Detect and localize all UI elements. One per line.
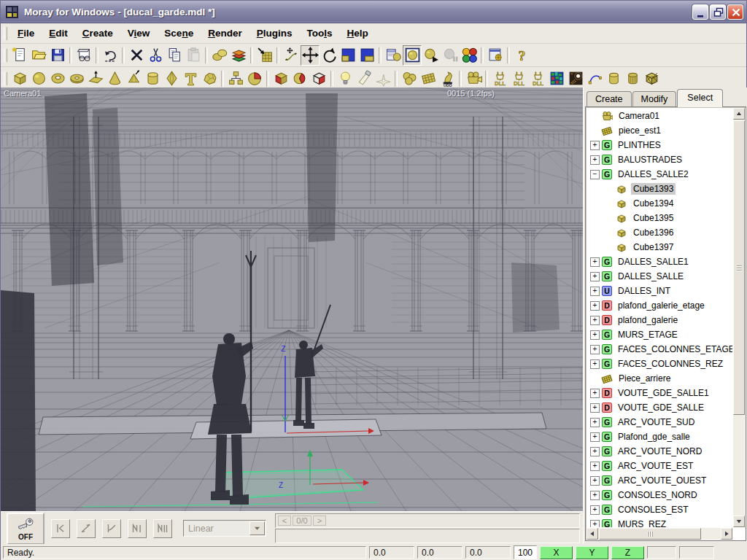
expand-toggle-icon[interactable]: + bbox=[590, 491, 600, 500]
tab-select[interactable]: Select bbox=[677, 89, 723, 107]
interpolation-select[interactable]: Linear bbox=[183, 520, 266, 537]
plugin-crate-button[interactable] bbox=[642, 69, 661, 89]
csg-merge-button[interactable] bbox=[290, 69, 309, 89]
tree-vertical-scrollbar[interactable] bbox=[733, 108, 745, 527]
move-button[interactable] bbox=[301, 45, 320, 66]
frame-next-button[interactable]: > bbox=[313, 516, 326, 526]
menu-create[interactable]: Create bbox=[75, 25, 120, 42]
create-camera-button[interactable] bbox=[464, 69, 483, 89]
tree-item-FACES_COLONNES_REZ[interactable]: +GFACES_COLONNES_REZ bbox=[587, 357, 732, 371]
close-button[interactable] bbox=[727, 4, 743, 20]
render-pause-button[interactable] bbox=[441, 45, 460, 66]
menu-file[interactable]: File bbox=[10, 25, 42, 42]
tree-item-DALLES_SALLE[interactable]: +GDALLES_SALLE bbox=[587, 269, 732, 284]
menu-tools[interactable]: Tools bbox=[299, 25, 339, 42]
undo-button[interactable] bbox=[101, 45, 120, 66]
plugin-dll-1-button[interactable]: DLL bbox=[490, 69, 509, 89]
layers-button[interactable] bbox=[229, 45, 248, 66]
create-flare-button[interactable] bbox=[374, 69, 392, 89]
render-options-button[interactable] bbox=[384, 45, 403, 66]
create-cone-button[interactable] bbox=[105, 69, 124, 89]
tree-item-VOUTE_GDE_SALLE1[interactable]: +DVOUTE_GDE_SALLE1 bbox=[587, 386, 732, 400]
tree-item-FACES_COLONNES_ETAGE[interactable]: +GFACES_COLONNES_ETAGE bbox=[587, 342, 732, 357]
plugin-manager-button[interactable] bbox=[486, 45, 505, 66]
tree-item-plafond_galerie_etage[interactable]: +Dplafond_galerie_etage bbox=[587, 298, 732, 313]
tree-item-Cube1394[interactable]: Cube1394 bbox=[587, 196, 732, 211]
create-sor-button[interactable] bbox=[162, 69, 181, 89]
save-button[interactable] bbox=[48, 45, 67, 66]
goto-first-key-button[interactable] bbox=[51, 519, 70, 538]
expand-toggle-icon[interactable]: + bbox=[590, 272, 600, 281]
animation-key-button[interactable]: OFF bbox=[7, 513, 44, 545]
expand-toggle-icon[interactable]: + bbox=[590, 345, 600, 354]
menu-view[interactable]: View bbox=[120, 25, 158, 42]
create-spotlight-button[interactable] bbox=[355, 69, 374, 89]
expand-toggle-icon[interactable]: + bbox=[590, 359, 600, 369]
render-window-button[interactable] bbox=[403, 45, 422, 66]
delete-button[interactable] bbox=[127, 45, 146, 66]
tab-modify[interactable]: Modify bbox=[632, 91, 677, 107]
create-light-button[interactable] bbox=[336, 69, 355, 89]
tree-item-Plafond_gde_salle[interactable]: +GPlafond_gde_salle bbox=[587, 429, 732, 444]
tree-item-MURS_ETAGE[interactable]: +GMURS_ETAGE bbox=[587, 327, 732, 342]
paste-button[interactable] bbox=[184, 45, 203, 66]
tree-item-Cube1395[interactable]: Cube1395 bbox=[587, 211, 732, 225]
render-start-button[interactable] bbox=[422, 45, 441, 66]
cut-button[interactable] bbox=[146, 45, 165, 66]
tree-item-BALUSTRADES[interactable]: +GBALUSTRADES bbox=[587, 152, 732, 167]
spline-segment-button[interactable] bbox=[102, 519, 121, 538]
viewport[interactable]: ZZ Camera01 0015 (1.2fps) bbox=[1, 88, 583, 511]
scroll-left-icon[interactable] bbox=[587, 528, 598, 540]
csg-difference-button[interactable] bbox=[271, 69, 290, 89]
tree-item-VOUTE_GDE_SALLE[interactable]: +DVOUTE_GDE_SALLE bbox=[587, 400, 732, 415]
create-plane-button[interactable] bbox=[86, 69, 105, 89]
expand-toggle-icon[interactable]: + bbox=[590, 505, 600, 515]
plugin-cylinder-2-button[interactable] bbox=[623, 69, 642, 89]
create-udo-button[interactable]: UDO bbox=[438, 69, 457, 89]
menu-render[interactable]: Render bbox=[201, 25, 249, 42]
create-sphere-button[interactable] bbox=[29, 69, 48, 89]
tree-item-Cube1396[interactable]: Cube1396 bbox=[587, 225, 732, 240]
tree-item-DALLES_SALLE1[interactable]: +GDALLES_SALLE1 bbox=[587, 254, 732, 269]
create-cube-button[interactable] bbox=[10, 69, 29, 89]
csg-group-button[interactable] bbox=[226, 69, 245, 89]
app-icon[interactable] bbox=[5, 5, 19, 19]
viewport-canvas[interactable]: ZZ bbox=[1, 88, 583, 511]
create-cylinder-button[interactable] bbox=[143, 69, 162, 89]
expand-toggle-icon[interactable]: + bbox=[590, 462, 600, 471]
expand-toggle-icon[interactable]: + bbox=[590, 476, 600, 486]
create-blobgroup-button[interactable] bbox=[400, 69, 419, 89]
plugin-dll-3-button[interactable]: DLL bbox=[528, 69, 547, 89]
expand-toggle-icon[interactable]: + bbox=[590, 301, 600, 311]
sweep-button[interactable] bbox=[210, 45, 229, 66]
tree-item-PLINTHES[interactable]: +GPLINTHES bbox=[587, 138, 732, 152]
expand-toggle-icon[interactable]: + bbox=[590, 447, 600, 456]
tree-item-ARC_VOUTE_OUEST[interactable]: +GARC_VOUTE_OUEST bbox=[587, 473, 732, 488]
plugin-cylinder-1-button[interactable] bbox=[604, 69, 623, 89]
csg-intersection-button[interactable] bbox=[245, 69, 264, 89]
expand-toggle-icon[interactable]: + bbox=[590, 257, 600, 267]
expand-toggle-icon[interactable]: + bbox=[590, 155, 600, 165]
combo-dropdown-icon[interactable] bbox=[249, 521, 265, 535]
expand-toggle-icon[interactable]: + bbox=[590, 520, 600, 528]
tree-item-ARC_VOUTE_EST[interactable]: +GARC_VOUTE_EST bbox=[587, 459, 732, 473]
tree-item-CONSOLES_EST[interactable]: +GCONSOLES_EST bbox=[587, 502, 732, 517]
tree-item-plafond_galerie[interactable]: +Dplafond_galerie bbox=[587, 313, 732, 327]
frame-prev-button[interactable]: < bbox=[278, 516, 291, 526]
expand-toggle-icon[interactable]: + bbox=[590, 403, 600, 413]
tree-item-MURS_REZ[interactable]: +GMURS_REZ bbox=[587, 517, 732, 527]
expand-toggle-icon[interactable]: + bbox=[590, 330, 600, 340]
tree-item-ARC_VOUTE_SUD[interactable]: +GARC_VOUTE_SUD bbox=[587, 415, 732, 429]
help-button[interactable]: ? bbox=[512, 45, 531, 66]
plugin-dll-2-button[interactable]: DLL bbox=[509, 69, 528, 89]
new-button[interactable] bbox=[10, 45, 29, 66]
axis-y-button[interactable]: Y bbox=[576, 546, 608, 559]
vertical-scroll-thumb[interactable] bbox=[733, 120, 745, 415]
plugin-texture-1-button[interactable] bbox=[547, 69, 566, 89]
expand-toggle-icon[interactable]: + bbox=[590, 141, 600, 150]
linear-segment-button[interactable] bbox=[77, 519, 96, 538]
scroll-right-icon[interactable] bbox=[721, 528, 732, 540]
export-button[interactable] bbox=[255, 45, 274, 66]
tree-item-ARC_VOUTE_NORD[interactable]: +GARC_VOUTE_NORD bbox=[587, 444, 732, 459]
create-rock-button[interactable] bbox=[200, 69, 219, 89]
